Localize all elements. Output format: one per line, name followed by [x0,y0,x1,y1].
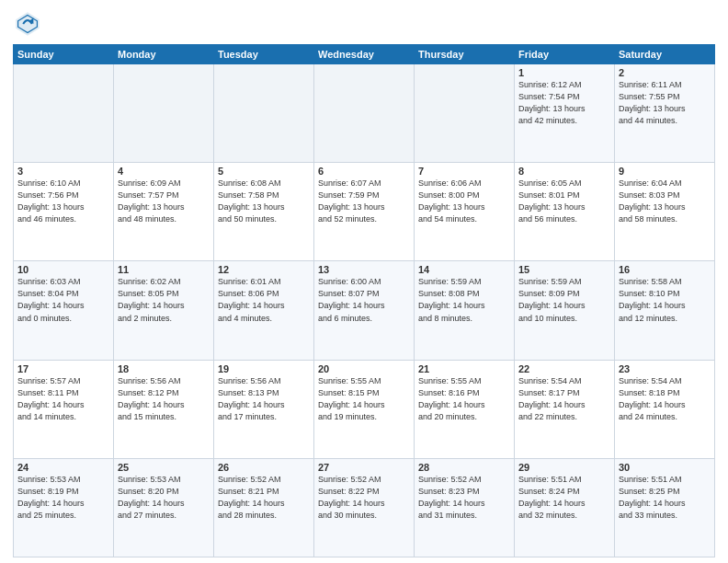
day-number: 14 [418,264,510,275]
calendar-cell [14,64,114,163]
weekday-saturday: Saturday [615,45,715,64]
day-number: 20 [318,363,410,374]
calendar-cell: 29Sunrise: 5:51 AM Sunset: 8:24 PM Dayli… [515,458,615,557]
cell-info: Sunrise: 6:02 AM Sunset: 8:05 PM Dayligh… [118,276,210,324]
calendar-cell [415,64,515,163]
day-number: 28 [418,462,510,473]
cell-info: Sunrise: 5:52 AM Sunset: 8:23 PM Dayligh… [418,474,510,522]
calendar-cell: 19Sunrise: 5:56 AM Sunset: 8:13 PM Dayli… [214,360,314,458]
calendar-cell: 18Sunrise: 5:56 AM Sunset: 8:12 PM Dayli… [114,360,214,458]
day-number: 10 [17,264,109,275]
calendar-cell: 25Sunrise: 5:53 AM Sunset: 8:20 PM Dayli… [114,458,214,557]
cell-info: Sunrise: 5:55 AM Sunset: 8:16 PM Dayligh… [418,375,510,423]
day-number: 3 [17,166,109,177]
weekday-friday: Friday [515,45,615,64]
calendar-cell: 12Sunrise: 6:01 AM Sunset: 8:06 PM Dayli… [214,261,314,360]
calendar-cell: 20Sunrise: 5:55 AM Sunset: 8:15 PM Dayli… [314,360,415,458]
cell-info: Sunrise: 5:59 AM Sunset: 8:09 PM Dayligh… [518,276,610,324]
day-number: 23 [619,363,711,374]
calendar-cell: 30Sunrise: 5:51 AM Sunset: 8:25 PM Dayli… [615,458,715,557]
calendar-cell [314,64,415,163]
cell-info: Sunrise: 5:53 AM Sunset: 8:20 PM Dayligh… [118,474,210,522]
cell-info: Sunrise: 5:51 AM Sunset: 8:25 PM Dayligh… [619,474,711,522]
cell-info: Sunrise: 6:04 AM Sunset: 8:03 PM Dayligh… [619,178,711,225]
calendar-cell: 9Sunrise: 6:04 AM Sunset: 8:03 PM Daylig… [615,163,715,261]
cell-info: Sunrise: 6:11 AM Sunset: 7:55 PM Dayligh… [619,79,711,127]
cell-info: Sunrise: 5:59 AM Sunset: 8:08 PM Dayligh… [418,276,510,324]
cell-info: Sunrise: 6:10 AM Sunset: 7:56 PM Dayligh… [17,178,109,225]
calendar-cell: 17Sunrise: 5:57 AM Sunset: 8:11 PM Dayli… [14,360,114,458]
calendar-cell: 21Sunrise: 5:55 AM Sunset: 8:16 PM Dayli… [415,360,515,458]
cell-info: Sunrise: 5:55 AM Sunset: 8:15 PM Dayligh… [318,375,410,423]
day-number: 25 [118,462,210,473]
day-number: 5 [218,166,310,177]
day-number: 18 [118,363,210,374]
day-number: 24 [17,462,109,473]
day-number: 1 [518,67,610,78]
calendar-cell: 4Sunrise: 6:09 AM Sunset: 7:57 PM Daylig… [114,163,214,261]
cell-info: Sunrise: 5:51 AM Sunset: 8:24 PM Dayligh… [518,474,610,522]
calendar-cell: 22Sunrise: 5:54 AM Sunset: 8:17 PM Dayli… [515,360,615,458]
day-number: 7 [418,166,510,177]
cell-info: Sunrise: 5:52 AM Sunset: 8:21 PM Dayligh… [218,474,310,522]
cell-info: Sunrise: 6:07 AM Sunset: 7:59 PM Dayligh… [318,178,410,225]
weekday-thursday: Thursday [415,45,515,64]
calendar-cell: 13Sunrise: 6:00 AM Sunset: 8:07 PM Dayli… [314,261,415,360]
weekday-monday: Monday [114,45,214,64]
cell-info: Sunrise: 6:06 AM Sunset: 8:00 PM Dayligh… [418,178,510,225]
calendar-cell: 5Sunrise: 6:08 AM Sunset: 7:58 PM Daylig… [214,163,314,261]
cell-info: Sunrise: 6:12 AM Sunset: 7:54 PM Dayligh… [518,79,610,127]
cell-info: Sunrise: 5:52 AM Sunset: 8:22 PM Dayligh… [318,474,410,522]
day-number: 21 [418,363,510,374]
cell-info: Sunrise: 6:01 AM Sunset: 8:06 PM Dayligh… [218,276,310,324]
day-number: 19 [218,363,310,374]
week-row-3: 10Sunrise: 6:03 AM Sunset: 8:04 PM Dayli… [14,261,715,360]
cell-info: Sunrise: 5:56 AM Sunset: 8:13 PM Dayligh… [218,375,310,423]
cell-info: Sunrise: 6:09 AM Sunset: 7:57 PM Dayligh… [118,178,210,225]
calendar-cell: 14Sunrise: 5:59 AM Sunset: 8:08 PM Dayli… [415,261,515,360]
calendar-cell [114,64,214,163]
calendar-cell: 26Sunrise: 5:52 AM Sunset: 8:21 PM Dayli… [214,458,314,557]
cell-info: Sunrise: 6:00 AM Sunset: 8:07 PM Dayligh… [318,276,410,324]
calendar-cell: 27Sunrise: 5:52 AM Sunset: 8:22 PM Dayli… [314,458,415,557]
weekday-wednesday: Wednesday [314,45,415,64]
day-number: 16 [619,264,711,275]
week-row-2: 3Sunrise: 6:10 AM Sunset: 7:56 PM Daylig… [14,163,715,261]
calendar-cell: 6Sunrise: 6:07 AM Sunset: 7:59 PM Daylig… [314,163,415,261]
calendar-cell: 10Sunrise: 6:03 AM Sunset: 8:04 PM Dayli… [14,261,114,360]
calendar-cell: 2Sunrise: 6:11 AM Sunset: 7:55 PM Daylig… [615,64,715,163]
day-number: 2 [619,67,711,78]
calendar-cell: 1Sunrise: 6:12 AM Sunset: 7:54 PM Daylig… [515,64,615,163]
week-row-4: 17Sunrise: 5:57 AM Sunset: 8:11 PM Dayli… [14,360,715,458]
cell-info: Sunrise: 5:54 AM Sunset: 8:17 PM Dayligh… [518,375,610,423]
day-number: 27 [318,462,410,473]
calendar-cell [214,64,314,163]
day-number: 26 [218,462,310,473]
weekday-sunday: Sunday [14,45,114,64]
day-number: 29 [518,462,610,473]
day-number: 15 [518,264,610,275]
week-row-5: 24Sunrise: 5:53 AM Sunset: 8:19 PM Dayli… [14,458,715,557]
day-number: 11 [118,264,210,275]
calendar-cell: 11Sunrise: 6:02 AM Sunset: 8:05 PM Dayli… [114,261,214,360]
day-number: 6 [318,166,410,177]
page: SundayMondayTuesdayWednesdayThursdayFrid… [0,0,728,563]
logo-icon [13,9,42,39]
calendar-cell: 8Sunrise: 6:05 AM Sunset: 8:01 PM Daylig… [515,163,615,261]
cell-info: Sunrise: 5:54 AM Sunset: 8:18 PM Dayligh… [619,375,711,423]
weekday-header-row: SundayMondayTuesdayWednesdayThursdayFrid… [14,45,715,64]
cell-info: Sunrise: 5:58 AM Sunset: 8:10 PM Dayligh… [619,276,711,324]
header [13,9,715,39]
day-number: 17 [17,363,109,374]
cell-info: Sunrise: 6:08 AM Sunset: 7:58 PM Dayligh… [218,178,310,225]
day-number: 13 [318,264,410,275]
day-number: 12 [218,264,310,275]
calendar-cell: 7Sunrise: 6:06 AM Sunset: 8:00 PM Daylig… [415,163,515,261]
day-number: 30 [619,462,711,473]
day-number: 9 [619,166,711,177]
cell-info: Sunrise: 5:57 AM Sunset: 8:11 PM Dayligh… [17,375,109,423]
calendar-cell: 3Sunrise: 6:10 AM Sunset: 7:56 PM Daylig… [14,163,114,261]
day-number: 22 [518,363,610,374]
calendar: SundayMondayTuesdayWednesdayThursdayFrid… [13,44,715,557]
cell-info: Sunrise: 5:53 AM Sunset: 8:19 PM Dayligh… [17,474,109,522]
